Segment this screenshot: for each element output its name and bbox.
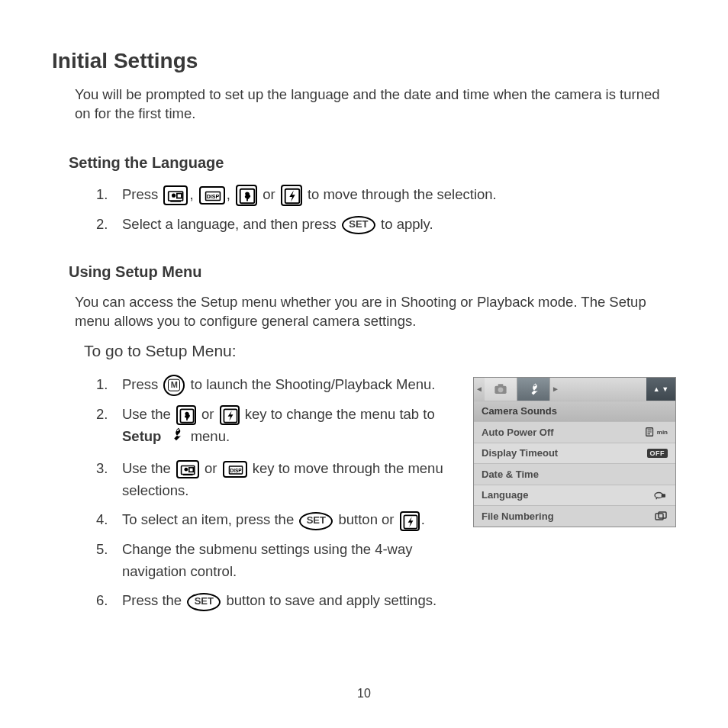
menu-row-label: Auto Power Off: [482, 427, 554, 438]
menu-row-label: Language: [482, 489, 528, 501]
menu-row-label: Display Timeout: [482, 447, 558, 459]
macro-flower-icon: [236, 185, 257, 206]
text: Use the: [122, 406, 175, 422]
heading-setting-language: Setting the Language: [69, 154, 676, 172]
menu-row-language: Language: [474, 485, 675, 506]
menu-button-icon: [163, 375, 185, 396]
text: to apply.: [381, 216, 433, 232]
menu-row-camera-sounds: Camera Sounds: [474, 401, 675, 422]
text: Use the: [122, 460, 175, 476]
text: button or: [338, 511, 398, 527]
setup-step-1: Press to launch the Shooting/Playback Me…: [96, 374, 464, 396]
setup-step-6: Press the SET button to save and apply s…: [96, 590, 464, 612]
text: or: [263, 186, 279, 202]
text: Select a language, and then press: [122, 216, 340, 232]
menu-row-display-timeout: Display Timeout OFF: [474, 443, 675, 464]
menu-row-label: File Numbering: [482, 511, 554, 522]
menu-row-value: [652, 490, 668, 501]
heading-using-setup-menu: Using Setup Menu: [69, 263, 676, 281]
intro-text: You will be prompted to set up the langu…: [75, 85, 676, 124]
text: Press the: [122, 592, 185, 608]
set-button-icon: SET: [342, 216, 375, 234]
disp-icon: [223, 461, 247, 478]
setup-step-4: To select an item, press the SET button …: [96, 509, 464, 531]
text: key to change the menu tab to: [245, 406, 435, 422]
flash-icon: [281, 185, 302, 206]
text: or: [205, 460, 221, 476]
page-title: Initial Settings: [52, 49, 676, 73]
playback-icon: [176, 460, 199, 478]
scroll-up-down-icon: ▲ ▼: [646, 378, 675, 401]
tab-arrow-left-icon: ◄: [474, 378, 485, 401]
menu-row-auto-power-off: Auto Power Off min: [474, 421, 675, 443]
macro-flower-icon: [176, 405, 196, 425]
page-number: 10: [0, 687, 728, 701]
text: Press: [122, 186, 162, 202]
document-icon: [645, 427, 656, 437]
set-button-icon: SET: [187, 593, 221, 611]
text: menu.: [191, 429, 230, 445]
text: min: [657, 429, 668, 436]
setup-word: Setup: [122, 429, 161, 445]
menu-row-value: min: [645, 427, 668, 437]
playback-icon: [163, 185, 188, 205]
setup-step-2: Use the or key to change the menu tab to…: [96, 404, 464, 450]
file-numbering-icon: [654, 511, 668, 521]
setup-intro: You can access the Setup menu whether yo…: [75, 293, 676, 331]
lang-step-2: Select a language, and then press SET to…: [96, 214, 676, 236]
menu-row-file-numbering: File Numbering: [474, 505, 675, 527]
language-icon: [652, 490, 668, 501]
disp-icon: [199, 186, 225, 205]
menu-row-label: Date & Time: [482, 469, 539, 480]
menu-tab-bar: ◄ ► ▲ ▼: [474, 378, 675, 401]
menu-row-label: Camera Sounds: [482, 405, 557, 417]
lang-step-1: Press , , or to move through the selecti…: [96, 184, 676, 206]
set-button-icon: SET: [299, 512, 333, 530]
text: To select an item, press the: [122, 511, 298, 527]
menu-row-value: OFF: [647, 449, 668, 458]
tab-arrow-right-icon: ►: [550, 378, 561, 401]
text: Press: [122, 376, 162, 392]
goto-setup-menu: To go to Setup Menu:: [84, 342, 676, 360]
menu-rows: Camera Sounds Auto Power Off min Display…: [474, 401, 675, 527]
menu-row-date-time: Date & Time: [474, 463, 675, 485]
flash-icon: [220, 405, 240, 425]
text: or: [201, 406, 218, 422]
menu-row-value: [654, 511, 668, 521]
wrench-icon: [167, 425, 185, 450]
flash-icon: [400, 511, 420, 531]
text: button to save and apply settings.: [226, 592, 436, 608]
text: to launch the Shooting/Playback Menu.: [191, 376, 436, 392]
text: .: [421, 511, 425, 527]
text: to move through the selection.: [308, 186, 497, 202]
setup-step-5: Change the submenu settings using the 4-…: [96, 539, 464, 582]
tab-camera: [485, 378, 517, 401]
setup-step-3: Use the or key to move through the menu …: [96, 458, 464, 501]
setup-menu-screenshot: ◄ ► ▲ ▼ Camera Sounds Auto Power Off: [473, 377, 676, 527]
off-chip: OFF: [647, 449, 668, 458]
tab-setup: [517, 378, 550, 401]
